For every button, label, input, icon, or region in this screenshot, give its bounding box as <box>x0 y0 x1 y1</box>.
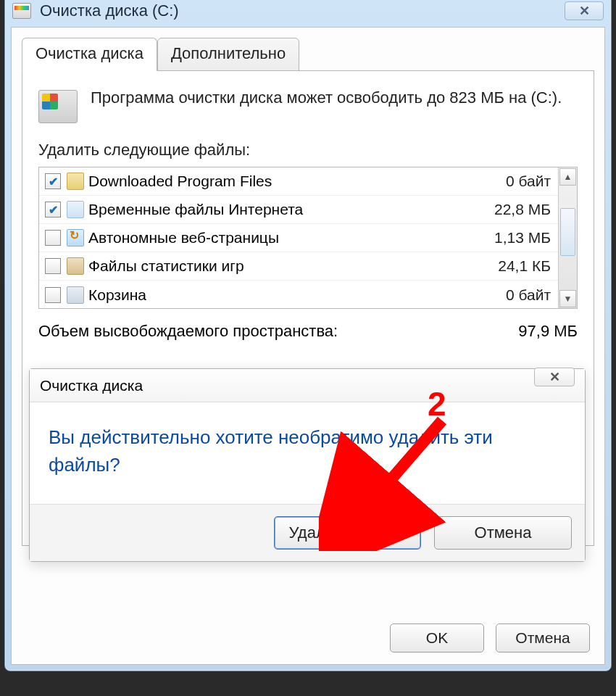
confirm-titlebar[interactable]: Очистка диска ✕ <box>30 369 585 402</box>
checkbox[interactable] <box>45 230 61 246</box>
list-item[interactable]: Корзина 0 байт <box>39 281 558 308</box>
summary-row: Программа очистки диска может освободить… <box>38 87 578 123</box>
tab-cleanup[interactable]: Очистка диска <box>22 38 157 71</box>
window-title: Очистка диска (C:) <box>40 1 179 20</box>
item-size: 0 байт <box>500 286 551 304</box>
item-name: Downloaded Program Files <box>88 173 500 190</box>
confirm-dialog: Очистка диска ✕ Вы действительно хотите … <box>29 368 586 562</box>
tabstrip: Очистка диска Дополнительно <box>22 38 594 71</box>
web-icon <box>67 229 84 246</box>
checkbox[interactable] <box>45 258 61 274</box>
freed-value: 97,9 МБ <box>518 322 578 341</box>
list-rows: ✔ Downloaded Program Files 0 байт ✔ Врем… <box>39 167 558 308</box>
scroll-up-button[interactable]: ▲ <box>559 168 576 186</box>
tab-advanced[interactable]: Дополнительно <box>157 38 299 71</box>
folder-icon <box>67 173 84 190</box>
item-size: 0 байт <box>500 173 551 190</box>
client-area: Очистка диска Дополнительно Программа оч… <box>11 27 605 665</box>
confirm-message: Вы действительно хотите необратимо удали… <box>30 402 585 504</box>
drive-icon <box>38 90 78 123</box>
confirm-close-button[interactable]: ✕ <box>534 368 575 386</box>
freed-label: Объем высвобождаемого пространства: <box>38 322 338 341</box>
vertical-scrollbar[interactable]: ▲ ▼ <box>558 167 577 308</box>
list-item[interactable]: Автономные веб-страницы 1,13 МБ <box>39 224 558 252</box>
item-name: Корзина <box>88 286 500 304</box>
document-icon <box>67 201 84 218</box>
item-size: 1,13 МБ <box>488 229 551 246</box>
close-icon: ✕ <box>549 369 560 385</box>
cancel-button[interactable]: Отмена <box>496 624 590 652</box>
disk-cleanup-icon <box>12 3 31 19</box>
files-label: Удалить следующие файлы: <box>38 141 578 160</box>
confirm-cancel-button[interactable]: Отмена <box>434 516 572 550</box>
summary-text: Программа очистки диска может освободить… <box>91 87 562 109</box>
checkbox[interactable]: ✔ <box>45 173 61 189</box>
list-item[interactable]: ✔ Временные файлы Интернета 22,8 МБ <box>39 196 558 224</box>
item-name: Файлы статистики игр <box>88 257 492 275</box>
disk-cleanup-window: Очистка диска (C:) ✕ Очистка диска Допол… <box>4 0 612 671</box>
close-button[interactable]: ✕ <box>565 1 604 20</box>
files-listbox[interactable]: ✔ Downloaded Program Files 0 байт ✔ Врем… <box>38 167 578 309</box>
item-size: 22,8 МБ <box>488 201 551 218</box>
scroll-down-button[interactable]: ▼ <box>559 290 576 307</box>
confirm-title: Очистка диска <box>40 377 143 394</box>
delete-files-button[interactable]: Удалить файлы <box>274 516 421 550</box>
dialog-buttons: OK Отмена <box>390 624 590 652</box>
freed-row: Объем высвобождаемого пространства: 97,9… <box>38 322 578 341</box>
ok-button[interactable]: OK <box>390 624 484 652</box>
checkbox[interactable]: ✔ <box>45 202 61 218</box>
confirm-actions: Удалить файлы Отмена <box>30 504 585 561</box>
list-item[interactable]: ✔ Downloaded Program Files 0 байт <box>39 167 558 196</box>
close-icon: ✕ <box>579 3 590 19</box>
chess-icon <box>67 257 84 275</box>
list-item[interactable]: Файлы статистики игр 24,1 КБ <box>39 252 558 281</box>
item-name: Временные файлы Интернета <box>88 201 488 218</box>
checkbox[interactable] <box>45 287 61 303</box>
titlebar[interactable]: Очистка диска (C:) ✕ <box>5 0 611 27</box>
item-size: 24,1 КБ <box>492 257 551 275</box>
recycle-bin-icon <box>67 286 84 304</box>
scroll-thumb[interactable] <box>560 208 575 256</box>
item-name: Автономные веб-страницы <box>88 229 488 246</box>
